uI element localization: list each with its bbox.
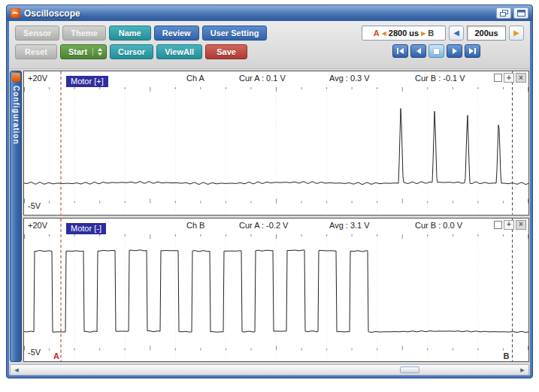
stop-icon bbox=[434, 49, 439, 54]
cursor-delta-value: 2800 us bbox=[389, 29, 419, 38]
view-all-button[interactable]: ViewAll bbox=[156, 44, 202, 59]
skip-end-icon bbox=[474, 48, 476, 54]
cursor-a-arrow-icon: ◀ bbox=[382, 30, 386, 37]
window-icon bbox=[517, 8, 525, 19]
play-icon bbox=[453, 48, 457, 54]
skip-start-button[interactable] bbox=[392, 44, 408, 58]
toolbar-row-2: Reset Start Cursor ViewAll Save bbox=[15, 44, 267, 59]
start-stepper-icon bbox=[92, 48, 102, 56]
review-button[interactable]: Review bbox=[154, 26, 199, 41]
titlebar[interactable]: Oscilloscope bbox=[7, 5, 532, 21]
channel-b-expand-button[interactable]: + bbox=[504, 220, 514, 230]
cursor-delta-readout: A ◀ 2800 us ▶ B bbox=[362, 26, 446, 41]
save-button[interactable]: Save bbox=[205, 44, 247, 59]
name-button[interactable]: Name bbox=[109, 26, 151, 41]
channel-b-avg-value: Avg : 3.1 V bbox=[329, 221, 370, 230]
user-setting-button[interactable]: User Setting bbox=[202, 26, 268, 41]
channel-a-panel: +20V Motor [+] Ch A Cur A : 0.1 V Avg : … bbox=[23, 71, 529, 216]
toolbar-right: A ◀ 2800 us ▶ B ◀ 200us ▶ bbox=[362, 26, 524, 65]
sensor-button[interactable]: Sensor bbox=[15, 26, 59, 41]
copy-window-button[interactable] bbox=[496, 8, 511, 19]
channel-b-badge: Motor [-] bbox=[66, 223, 106, 234]
stop-button[interactable] bbox=[428, 44, 444, 58]
scroll-right-button[interactable]: ▶ bbox=[519, 367, 526, 372]
horizontal-scrollbar[interactable]: ◀ ▶ bbox=[10, 364, 529, 375]
channel-panels: +20V Motor [+] Ch A Cur A : 0.1 V Avg : … bbox=[23, 71, 529, 362]
channel-a-vmax-label: +20V bbox=[28, 74, 47, 83]
configuration-tab[interactable]: Configuration bbox=[10, 71, 22, 362]
time-controls-row: A ◀ 2800 us ▶ B ◀ 200us ▶ bbox=[362, 26, 524, 41]
configuration-icon bbox=[12, 73, 20, 82]
reset-button[interactable]: Reset bbox=[15, 44, 57, 59]
channel-a-name: Ch A bbox=[186, 74, 204, 83]
scroll-left-button[interactable]: ◀ bbox=[13, 367, 20, 372]
left-arrow-icon: ◀ bbox=[453, 29, 459, 37]
cursor-b-arrow-icon: ▶ bbox=[421, 30, 425, 37]
toolbar-row-1: Sensor Theme Name Review User Setting bbox=[15, 26, 267, 41]
titlebar-buttons bbox=[496, 8, 528, 19]
scrollbar-thumb[interactable] bbox=[400, 366, 419, 373]
channel-a-cursor-b-value: Cur B : -0.1 V bbox=[415, 74, 465, 83]
channel-b-panel: +20V Motor [-] Ch B Cur A : -0.2 V Avg :… bbox=[23, 218, 529, 363]
cursor-a-label: A bbox=[374, 29, 380, 38]
app-icon bbox=[11, 8, 20, 18]
channel-a-checkbox[interactable] bbox=[494, 74, 502, 82]
channel-b-checkbox[interactable] bbox=[494, 221, 502, 229]
channel-a-vmin-label: -5V bbox=[28, 201, 41, 210]
step-back-icon bbox=[416, 48, 421, 54]
skip-end-button[interactable] bbox=[465, 44, 480, 58]
channel-b-name: Ch B bbox=[186, 221, 204, 230]
channel-a-badge: Motor [+] bbox=[66, 76, 108, 87]
channel-a-waveform-canvas[interactable] bbox=[24, 71, 528, 215]
timebase-value: 200us bbox=[467, 26, 506, 41]
cursor-button[interactable]: Cursor bbox=[110, 44, 153, 59]
channel-a-avg-value: Avg : 0.3 V bbox=[329, 74, 370, 83]
cursor-b-label: B bbox=[428, 29, 434, 38]
right-arrow-icon: ▶ bbox=[513, 29, 519, 37]
channel-b-close-button[interactable]: × bbox=[516, 220, 526, 230]
play-button[interactable] bbox=[447, 44, 462, 58]
scope-area: Configuration +20V Motor [+] Ch A Cur A … bbox=[9, 69, 530, 363]
channel-b-controls: + × bbox=[494, 220, 526, 230]
copy-icon bbox=[500, 8, 508, 19]
channel-b-cursor-a-value: Cur A : -0.2 V bbox=[239, 221, 288, 230]
theme-button[interactable]: Theme bbox=[62, 26, 105, 41]
channel-b-cursor-b-value: Cur B : 0.0 V bbox=[415, 221, 462, 230]
transport-controls bbox=[392, 44, 480, 58]
start-button[interactable]: Start bbox=[60, 44, 107, 59]
window-mode-button[interactable] bbox=[513, 8, 528, 19]
cursor-a-marker-label[interactable]: A bbox=[53, 351, 59, 360]
channel-a-close-button[interactable]: × bbox=[516, 73, 526, 83]
window-content: Sensor Theme Name Review User Setting Re… bbox=[9, 21, 530, 375]
configuration-label: Configuration bbox=[12, 86, 20, 145]
window-title: Oscilloscope bbox=[24, 8, 80, 19]
channel-b-vmax-label: +20V bbox=[28, 221, 47, 230]
channel-a-expand-button[interactable]: + bbox=[504, 73, 514, 83]
cursor-b-marker-label[interactable]: B bbox=[504, 351, 510, 360]
channel-a-cursor-a-value: Cur A : 0.1 V bbox=[239, 74, 286, 83]
channel-b-vmin-label: -5V bbox=[28, 348, 41, 357]
channel-b-waveform-canvas[interactable] bbox=[24, 219, 528, 362]
oscilloscope-window: Oscilloscope Sensor Theme Name Review Us… bbox=[6, 5, 533, 378]
timebase-increase-button[interactable]: ▶ bbox=[509, 26, 524, 41]
toolbar-left: Sensor Theme Name Review User Setting Re… bbox=[15, 26, 267, 65]
toolbar: Sensor Theme Name Review User Setting Re… bbox=[9, 21, 530, 69]
skip-start-icon bbox=[397, 48, 398, 54]
timebase-decrease-button[interactable]: ◀ bbox=[449, 26, 464, 41]
start-button-label: Start bbox=[68, 47, 87, 56]
channel-a-controls: + × bbox=[494, 73, 526, 83]
step-back-button[interactable] bbox=[410, 44, 426, 58]
